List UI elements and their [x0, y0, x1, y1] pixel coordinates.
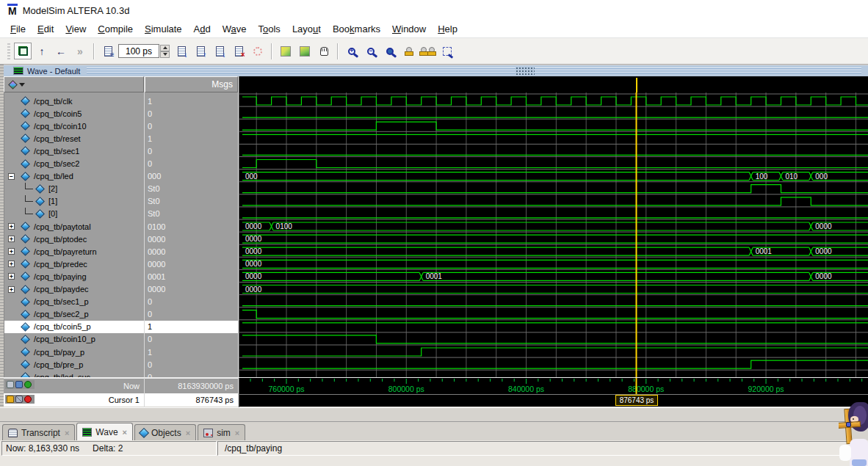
waveform-canvas[interactable]: 0001000100000000010000000000000000010000…: [239, 92, 868, 378]
signal-value-cpq-tb-sec1-p[interactable]: 0: [145, 296, 238, 308]
expand-box-cpq-tb-paydec[interactable]: +: [8, 286, 15, 293]
menu-bookmarks[interactable]: Bookmarks: [327, 22, 386, 36]
signal-row-cpq-tb-pre-p[interactable]: /cpq_tb/pre_p: [4, 358, 144, 371]
tab-close-icon[interactable]: ×: [186, 429, 190, 437]
menu-tools[interactable]: Tools: [253, 22, 286, 36]
signal-row-cpq-tb-clk[interactable]: /cpq_tb/clk: [4, 95, 144, 107]
signal-row-cpq-tb-coin5-p[interactable]: /cpq_tb/coin5_p: [4, 321, 144, 333]
tab-sim[interactable]: sim×: [198, 424, 245, 440]
signal-value-1[interactable]: St0: [145, 195, 238, 208]
restart-icon[interactable]: ↓: [173, 43, 190, 59]
expand-box-cpq-tb-predec[interactable]: +: [8, 261, 15, 267]
signal-row-cpq-tb-sec1-p[interactable]: /cpq_tb/sec1_p: [4, 296, 144, 308]
signal-row-cpq-tb-predec[interactable]: +/cpq_tb/predec: [4, 258, 144, 270]
signal-value-cpq-tb-payreturn[interactable]: 0000: [145, 245, 238, 258]
signal-value-cpq-tb-paydec[interactable]: 0000: [145, 283, 238, 296]
zoom-cursor-icon[interactable]: [400, 43, 418, 59]
wave-panel-titlebar[interactable]: Wave - Default: [4, 65, 868, 76]
cursor-line-header[interactable]: [636, 78, 637, 92]
signal-value-cpq-tb-sec1[interactable]: 0: [145, 145, 238, 157]
environment-doc-icon[interactable]: ≡: [99, 43, 117, 59]
signal-row-cpq-tb-led[interactable]: −/cpq_tb/led: [4, 170, 144, 183]
elaborate-alt-icon[interactable]: [296, 43, 314, 59]
menu-edit[interactable]: Edit: [32, 22, 59, 36]
chevron-down-icon[interactable]: [19, 83, 25, 87]
signal-row-2[interactable]: [2]: [4, 183, 144, 195]
delcur-icon[interactable]: [24, 396, 32, 403]
signal-value-cpq-tb-pre-p[interactable]: 0: [145, 358, 238, 371]
run-length-input[interactable]: 100 ps: [118, 44, 159, 58]
signal-row-cpq-tb-coin10-p[interactable]: /cpq_tb/coin10_p: [4, 333, 144, 346]
signal-row-0[interactable]: [0]: [4, 208, 144, 220]
cursor-time-flag[interactable]: 876743 ps: [615, 395, 658, 406]
signal-row-cpq-tb-paydec[interactable]: +/cpq_tb/paydec: [4, 283, 144, 296]
signal-value-cpq-tb-sec2[interactable]: 0: [145, 158, 238, 170]
break-icon[interactable]: ×: [230, 43, 247, 59]
signal-row-cpq-tb-ptodec[interactable]: +/cpq_tb/ptodec: [4, 233, 144, 245]
signal-value-cpq-tb-coin5-p[interactable]: 1: [145, 321, 238, 333]
expand-box-cpq-tb-payreturn[interactable]: +: [8, 248, 15, 255]
signal-value-cpq-tb-led[interactable]: 000: [145, 170, 238, 183]
now-row-icons[interactable]: [5, 380, 35, 389]
menu-view[interactable]: View: [59, 22, 92, 36]
zoom-select-icon[interactable]: [438, 43, 456, 59]
signal-value-cpq-tb-clk[interactable]: 1: [145, 95, 238, 107]
signal-row-cpq-tb-reset[interactable]: /cpq_tb/reset: [4, 132, 144, 145]
signal-value-cpq-tb-coin10-p[interactable]: 0: [145, 333, 238, 346]
message-icon[interactable]: [15, 381, 23, 388]
signal-row-cpq-tb-coin10[interactable]: /cpq_tb/coin10: [4, 120, 144, 132]
tab-close-icon[interactable]: ×: [65, 429, 69, 437]
column-splitter-1[interactable]: [144, 76, 145, 421]
titlebar-grip[interactable]: [516, 67, 535, 75]
cursor-row-icons[interactable]: [5, 395, 35, 404]
signal-value-cpq-tb-coin10[interactable]: 0: [145, 120, 238, 132]
signal-row-cpq-tb-sec2[interactable]: /cpq_tb/sec2: [4, 158, 144, 170]
signal-value-cpq-tb-coin5[interactable]: 0: [145, 107, 238, 120]
waveform-plot[interactable]: 0001000100000000010000000000000000010000…: [239, 92, 868, 378]
printer-icon[interactable]: [7, 381, 14, 388]
signal-value-cpq-tb-reset[interactable]: 1: [145, 132, 238, 145]
run-icon[interactable]: ↑: [192, 43, 209, 59]
names-column-header[interactable]: [4, 76, 144, 92]
addcur-icon[interactable]: [24, 381, 32, 388]
run-length-spinner[interactable]: [160, 45, 170, 58]
wrench-icon[interactable]: [15, 396, 23, 403]
menu-compile[interactable]: Compile: [92, 22, 139, 36]
tab-close-icon[interactable]: ×: [123, 428, 127, 437]
timeline-area[interactable]: 760000 ps800000 ps840000 ps880000 ps9200…: [239, 378, 868, 407]
toolbar-grip[interactable]: [7, 43, 10, 59]
signal-value-cpq-tb-predec[interactable]: 0000: [145, 258, 238, 270]
zoom-range-icon[interactable]: [419, 43, 437, 59]
tab-objects[interactable]: Objects×: [134, 424, 196, 440]
stop-icon[interactable]: [249, 43, 267, 59]
menu-add[interactable]: Add: [188, 22, 217, 36]
signal-row-cpq-tb-sec2-p[interactable]: /cpq_tb/sec2_p: [4, 308, 144, 321]
signal-row-cpq-tb-payreturn[interactable]: +/cpq_tb/payreturn: [4, 245, 144, 258]
cursor-row-label-cell[interactable]: Cursor 1: [4, 393, 144, 407]
menu-window[interactable]: Window: [386, 22, 432, 36]
zoom-out-icon[interactable]: −: [362, 43, 380, 59]
lock-icon[interactable]: [7, 396, 14, 403]
signal-value-cpq-tb-sec2-p[interactable]: 0: [145, 308, 238, 321]
tab-transcript[interactable]: Transcript×: [2, 424, 75, 440]
signal-value-cpq-tb-paying[interactable]: 0001: [145, 270, 238, 283]
signal-value-cpq-tb-pay-p[interactable]: 1: [145, 346, 238, 358]
signal-value-0[interactable]: St0: [145, 208, 238, 220]
time-ruler[interactable]: 760000 ps800000 ps840000 ps880000 ps9200…: [239, 378, 868, 394]
up-context-icon[interactable]: ↑: [33, 43, 51, 59]
back-arrow-icon[interactable]: ←: [52, 43, 70, 59]
spin-up-icon[interactable]: [160, 45, 170, 51]
signal-row-cpq-tb-coin5[interactable]: /cpq_tb/coin5: [4, 107, 144, 120]
expand-box-cpq-tb-paying[interactable]: +: [8, 273, 15, 280]
elaborate-icon[interactable]: [277, 43, 294, 59]
expand-box-cpq-tb-ptodec[interactable]: +: [8, 236, 15, 242]
continue-run-icon[interactable]: ↓: [211, 43, 228, 59]
signal-row-cpq-tb-paying[interactable]: +/cpq_tb/paying: [4, 270, 144, 283]
zoom-in-icon[interactable]: +: [343, 43, 361, 59]
expand-box-cpq-tb-paytotal[interactable]: +: [8, 223, 15, 230]
spin-down-icon[interactable]: [160, 51, 170, 58]
cursor-row-value-cell[interactable]: 876743 ps: [145, 393, 238, 407]
signal-row-cpq-tb-paytotal[interactable]: +/cpq_tb/paytotal: [4, 220, 144, 233]
signal-row-1[interactable]: [1]: [4, 195, 144, 208]
menu-file[interactable]: File: [4, 22, 32, 36]
